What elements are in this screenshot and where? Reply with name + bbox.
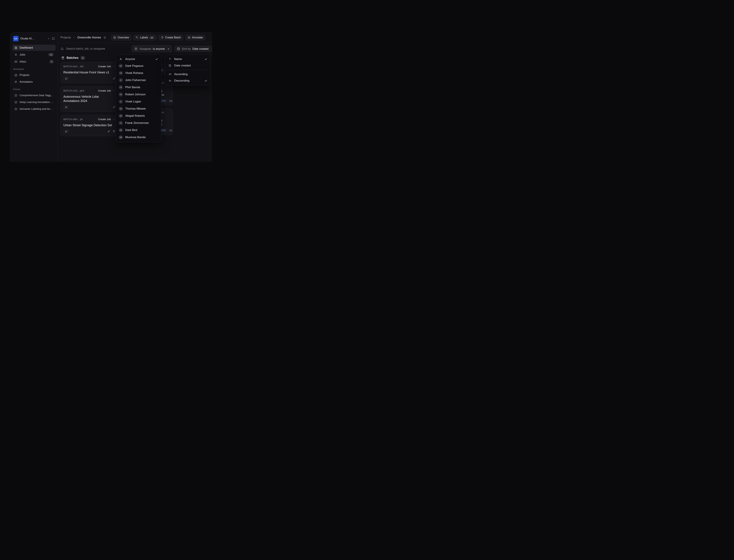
item-count: 12 (63, 105, 69, 109)
date-text: Oc (169, 99, 172, 102)
create-job-link[interactable]: Create Job (98, 65, 111, 68)
pinned-item[interactable]: Comprehensive Data Taggin… (12, 92, 56, 98)
chip-value: Date created (193, 47, 208, 50)
batches-column: Batches 3 BATCH-b42…df2 Create Job ⋯ Res… (60, 55, 118, 162)
sort-option-name[interactable]: Name (166, 56, 209, 62)
button-label: Labels (140, 36, 148, 39)
batch-card[interactable]: BATCH-d64…ij4 Create Job ⋯ Urban Street … (60, 115, 118, 136)
edit-icon[interactable] (107, 130, 110, 133)
clear-icon[interactable] (167, 48, 170, 50)
svg-rect-9 (115, 37, 116, 37)
assignee-dropdown: Anyone DPDark PegasusVRVivek RohanaJFJoh… (116, 54, 161, 142)
more-icon[interactable]: ⋯ (113, 65, 115, 68)
pinned-item[interactable]: Deep Learning Annotation Fr… (12, 99, 56, 105)
button-label: Overview (118, 36, 129, 39)
assignee-option[interactable]: DBDark Bird (117, 127, 160, 134)
sidebar-collapse-icon[interactable] (52, 37, 55, 40)
sidebar: OA Ocular AI… Dashboard Jobs 12 (10, 32, 58, 162)
overview-button[interactable]: Overview (111, 35, 131, 40)
create-batch-button[interactable]: Create Batch (159, 35, 183, 40)
date-text: Oc (169, 129, 172, 132)
assignee-option[interactable]: DPDark Pegasus (117, 62, 160, 69)
workspace-switcher[interactable]: OA Ocular AI… (12, 35, 56, 44)
svg-point-12 (136, 37, 137, 37)
create-job-link[interactable]: Create Job (98, 89, 111, 92)
sort-order-ascending[interactable]: Ascending (166, 71, 209, 77)
breadcrumb-current: Dreamville Homes (77, 36, 101, 39)
avatar-initials: JF (119, 78, 123, 82)
nav-dashboard[interactable]: Dashboard (12, 45, 56, 51)
item-count: 12 (63, 77, 69, 80)
svg-line-18 (63, 49, 63, 50)
assignee-option[interactable]: MBMurerwa Banda (117, 134, 160, 141)
avatar-initials: VR (119, 71, 123, 75)
chevron-down-icon (48, 37, 50, 40)
sort-option-date[interactable]: Date created (166, 62, 209, 69)
pin-icon[interactable] (103, 36, 106, 39)
assignee-option[interactable]: FZFrank Zimmerman (117, 119, 160, 127)
inbox-count-badge: 2 (50, 60, 54, 63)
nav-inbox[interactable]: Inbox 2 (12, 58, 56, 65)
avatar-initials: DP (119, 64, 123, 68)
layout-icon (188, 36, 190, 39)
more-icon[interactable]: ⋯ (113, 89, 115, 92)
avatar-initials: FZ (119, 121, 123, 125)
svg-point-25 (120, 58, 121, 59)
grid-icon (113, 36, 116, 39)
workspace-name: Ocular AI… (20, 37, 46, 40)
nav-label: Jobs (20, 53, 25, 56)
bucket-icon (161, 36, 164, 39)
chevron-right-icon (73, 36, 75, 39)
nav-jobs[interactable]: Jobs 12 (12, 51, 56, 58)
batch-card[interactable]: BATCH-c53…gh3 Create Job ⋯ Autonomous Ve… (60, 86, 118, 112)
assignee-option[interactable]: JFJohn Fisherman (117, 77, 160, 84)
svg-point-7 (16, 81, 17, 82)
check-icon (204, 79, 207, 82)
svg-rect-5 (16, 48, 17, 49)
search-icon (60, 47, 64, 50)
svg-rect-11 (115, 38, 116, 39)
nav-projects[interactable]: Projects (12, 72, 56, 78)
assignee-option[interactable]: PBPhiri Banda (117, 84, 160, 91)
svg-rect-15 (189, 37, 190, 37)
pinned-item[interactable]: Semantic Labeling and Analy… (12, 106, 56, 112)
edit-icon[interactable] (112, 77, 115, 80)
pinned-label: Comprehensive Data Taggin… (20, 94, 54, 97)
breadcrumb-root[interactable]: Projects (60, 36, 71, 39)
edit-icon[interactable] (112, 106, 115, 109)
column-count: 3 (81, 56, 85, 60)
svg-rect-4 (15, 48, 16, 49)
svg-rect-10 (114, 38, 115, 39)
assignee-filter-chip[interactable]: Assignee is anyone (132, 45, 172, 52)
search-input[interactable] (66, 47, 129, 50)
trash-icon[interactable] (112, 130, 115, 133)
annotate-button[interactable]: Annotate (185, 35, 205, 40)
workspace-badge: OA (13, 36, 19, 41)
box-icon (14, 108, 17, 110)
search-field[interactable] (60, 47, 129, 50)
avatar-initials: PB (119, 85, 123, 89)
labels-count: 10 (150, 36, 154, 39)
assignee-option[interactable]: ARAbigail Roberts (117, 112, 160, 119)
sort-order-descending[interactable]: Descending (166, 77, 209, 84)
batch-card[interactable]: BATCH-b42…df2 Create Job ⋯ Residential H… (60, 62, 118, 83)
more-icon[interactable]: ⋯ (113, 118, 115, 121)
nav-label: Dashboard (20, 46, 33, 49)
sort-chip[interactable]: Sort by Date created (175, 46, 212, 52)
assignee-option[interactable]: VLVivek Logan (117, 98, 160, 105)
sort-desc-icon (168, 79, 172, 82)
nav-label: Annotators (20, 80, 33, 83)
item-count: 12 (63, 130, 69, 133)
nav-annotators[interactable]: Annotators (12, 79, 56, 85)
create-job-link[interactable]: Create Job (98, 118, 111, 121)
assignee-option[interactable]: RJRobert Johnson (117, 91, 160, 98)
batch-title: Residential House Front Views v1 (63, 70, 115, 74)
clock-icon (177, 47, 180, 50)
assignee-option-anyone[interactable]: Anyone (117, 56, 160, 62)
box-icon (14, 74, 17, 77)
assignee-option[interactable]: TMThomas Mbewe (117, 105, 160, 112)
svg-rect-3 (16, 47, 17, 48)
assignee-option[interactable]: VRVivek Rohana (117, 69, 160, 77)
labels-button[interactable]: Labels 10 (133, 35, 156, 40)
text-icon (168, 58, 172, 60)
